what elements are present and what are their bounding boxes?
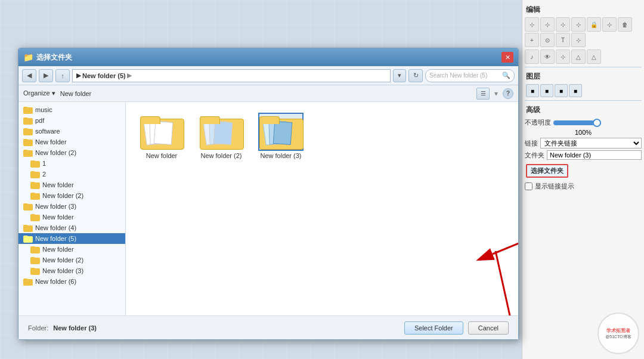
path-dropdown-btn[interactable]: ▾ (393, 69, 406, 82)
edit-btn-5[interactable]: 🔒 (587, 17, 601, 32)
edit-btn-7[interactable]: 🗑 (618, 17, 632, 32)
opacity-row: 不透明度 (525, 118, 642, 127)
organize-btn[interactable]: Organize ▾ (23, 89, 55, 97)
folder-row: 文件夹 (525, 150, 642, 160)
tree-label: New folder (6) (35, 278, 76, 285)
back-btn[interactable]: ◀ (22, 69, 36, 82)
tree-item-software[interactable]: software (18, 126, 125, 137)
tree-item-new5-sub1[interactable]: New folder (18, 244, 125, 255)
layers-toolbar: ■ ■ ■ ■ (525, 83, 642, 98)
folder-icon (30, 181, 40, 189)
search-icon: 🔍 (502, 72, 510, 79)
divider-1 (525, 67, 642, 67)
edit-btn-1[interactable]: ⊹ (525, 17, 539, 32)
dialog-close-btn[interactable]: ✕ (501, 52, 513, 63)
opacity-label: 不透明度 (525, 118, 551, 127)
folder-new3[interactable]: New folder (3) (257, 114, 305, 159)
edit-btn-15[interactable]: △ (571, 49, 586, 64)
layers-section-title: 图层 (525, 69, 642, 83)
forward-btn[interactable]: ▶ (39, 69, 53, 82)
layer-btn-1[interactable]: ■ (526, 84, 539, 97)
tree-item-new-sub1[interactable]: New folder (18, 180, 125, 190)
edit-btn-3[interactable]: ⊹ (556, 17, 570, 32)
edit-btn-12[interactable]: ♪ (525, 49, 539, 64)
tree-item-new5[interactable]: New folder (5) (18, 233, 125, 244)
tree-item-new6[interactable]: New folder (6) (18, 276, 125, 287)
tree-label: New folder (42, 246, 74, 253)
edit-btn-13[interactable]: 👁 (540, 49, 555, 64)
layer-btn-4[interactable]: ■ (569, 84, 582, 97)
advanced-section-title: 高级 (525, 103, 642, 116)
folder-icon (23, 148, 33, 157)
layer-btn-3[interactable]: ■ (555, 84, 568, 97)
link-select[interactable]: 文件夹链接 (540, 138, 642, 148)
layer-btn-2[interactable]: ■ (540, 84, 553, 97)
folder-input[interactable] (547, 150, 642, 160)
edit-btn-14[interactable]: ⊹ (556, 49, 570, 64)
svg-line-2 (493, 221, 518, 254)
tree-item-music[interactable]: music (18, 104, 125, 115)
show-tooltip-row: 显示链接提示 (525, 182, 642, 191)
edit-btn-4[interactable]: ⊹ (571, 17, 586, 32)
tree-item-new3[interactable]: New folder (3) (18, 201, 125, 212)
folder-icon (23, 277, 33, 286)
tree-item-new3-sub[interactable]: New folder (18, 212, 125, 222)
search-bar[interactable]: Search New folder (5) 🔍 (425, 69, 515, 82)
help-btn[interactable]: ? (503, 88, 513, 99)
opacity-value: 100% (525, 129, 642, 136)
edit-btn-11[interactable]: ⊹ (571, 33, 586, 47)
edit-btn-6[interactable]: ⊹ (602, 17, 617, 32)
right-panel: 编辑 ⊹ ⊹ ⊹ ⊹ 🔒 ⊹ 🗑 + ⊙ T ⊹ ♪ 👁 ⊹ △ △ 图层 ■ … (522, 0, 644, 359)
refresh-btn[interactable]: ↻ (408, 69, 423, 82)
edit-btn-8[interactable]: + (525, 33, 539, 47)
link-row: 链接 文件夹链接 (525, 138, 642, 148)
cancel-btn[interactable]: Cancel (468, 321, 509, 335)
folder-new2[interactable]: New folder (2) (197, 114, 245, 159)
folder-name: New folder (2) (200, 152, 242, 159)
tree-item-new-sub2[interactable]: New folder (2) (18, 190, 125, 201)
tree-item-new5-sub2[interactable]: New folder (2) (18, 255, 125, 265)
show-tooltip-checkbox[interactable] (525, 182, 532, 190)
folder-papers (264, 120, 298, 146)
opacity-slider[interactable] (553, 120, 601, 125)
paper-3 (273, 121, 293, 145)
tree-item-2[interactable]: 2 (18, 169, 125, 180)
right-panel-select-folder-btn[interactable]: 选择文件夹 (526, 164, 568, 178)
tree-item-new5-sub3[interactable]: New folder (3) (18, 265, 125, 276)
tree-label: New folder (3) (35, 203, 76, 210)
folder-icon (30, 170, 40, 178)
folder-icon (23, 116, 33, 125)
dialog-body: music pdf software New folder New folder… (18, 102, 518, 315)
path-arrow: ▶ (76, 72, 81, 79)
folder-icon (30, 159, 40, 168)
edit-btn-9[interactable]: ⊙ (540, 33, 555, 47)
folder-new[interactable]: New folder (138, 114, 185, 159)
tree-label: New folder (42, 181, 74, 188)
opacity-thumb[interactable] (593, 119, 601, 127)
svg-line-1 (496, 251, 518, 315)
file-browser-dialog: 📁 选择文件夹 ✕ ◀ ▶ ↑ ▶ New folder (5) ▶ ▾ ↻ S… (18, 48, 519, 340)
divider-2 (525, 100, 642, 101)
new-folder-btn[interactable]: New folder (60, 90, 92, 97)
folder-icon (23, 127, 33, 135)
tree-item-pdf[interactable]: pdf (18, 115, 125, 126)
tree-item-1[interactable]: 1 (18, 158, 125, 169)
dialog-address-bar: ◀ ▶ ↑ ▶ New folder (5) ▶ ▾ ↻ Search New … (18, 66, 518, 85)
dialog-sidebar: music pdf software New folder New folder… (18, 102, 126, 315)
tree-item-new1[interactable]: New folder (18, 137, 125, 147)
path-bar[interactable]: ▶ New folder (5) ▶ (72, 69, 391, 82)
tree-item-new4[interactable]: New folder (4) (18, 222, 125, 233)
path-separator: ▶ (127, 72, 132, 79)
edit-btn-10[interactable]: T (556, 33, 570, 47)
tree-item-new2[interactable]: New folder (2) (18, 147, 125, 158)
tree-label: pdf (35, 117, 44, 124)
view-btn[interactable]: ☰ (476, 88, 490, 100)
folder-grid: New folder New folder (2) (126, 102, 518, 171)
edit-btn-2[interactable]: ⊹ (540, 17, 555, 32)
edit-btn-16[interactable]: △ (587, 49, 601, 64)
folder-papers (145, 120, 178, 146)
up-btn[interactable]: ↑ (55, 69, 70, 82)
select-folder-btn[interactable]: Select Folder (404, 321, 463, 335)
folder-icon (23, 202, 33, 211)
path-part: New folder (5) (82, 72, 126, 79)
